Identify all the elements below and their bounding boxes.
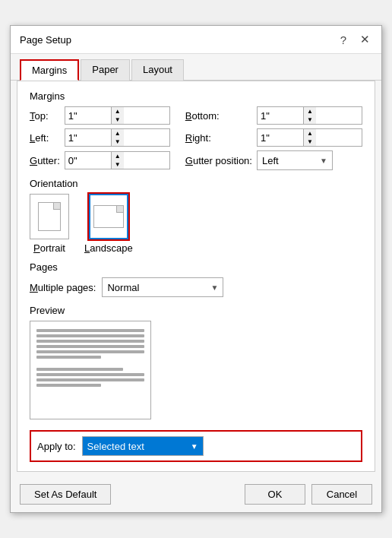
preview-line-6	[36, 356, 101, 359]
title-bar: Page Setup ? ✕	[11, 26, 381, 54]
bottom-bar: Set As Default OK Cancel	[11, 478, 381, 512]
gutter-value[interactable]	[65, 152, 111, 169]
ok-cancel-buttons: OK Cancel	[245, 484, 372, 505]
page-setup-dialog: Page Setup ? ✕ Margins Paper Layout Marg…	[10, 25, 382, 513]
top-value[interactable]	[65, 107, 111, 124]
preview-line-7	[36, 368, 123, 371]
close-button[interactable]: ✕	[357, 32, 372, 47]
landscape-option[interactable]: Landscape	[84, 194, 133, 254]
gutter-down[interactable]: ▼	[112, 160, 124, 169]
bottom-label: Bottom:	[185, 110, 252, 122]
tab-paper[interactable]: Paper	[81, 59, 130, 81]
left-value[interactable]	[65, 129, 111, 146]
margins-section-label: Margins	[30, 90, 362, 102]
multiple-pages-arrow: ▼	[211, 283, 219, 292]
right-down[interactable]: ▼	[304, 138, 316, 146]
preview-line-10	[36, 384, 101, 387]
multiple-pages-label: Multiple pages:	[30, 282, 96, 293]
multiple-pages-select[interactable]: Normal ▼	[102, 277, 223, 297]
apply-to-select[interactable]: Selected text ▼	[82, 436, 204, 456]
right-input[interactable]: ▲ ▼	[257, 128, 362, 147]
left-spinner: ▲ ▼	[111, 129, 124, 146]
top-down[interactable]: ▼	[112, 116, 124, 124]
right-label: Right:	[185, 132, 252, 144]
top-label: Top:	[30, 110, 60, 122]
landscape-label: Landscape	[84, 242, 133, 254]
gutter-position-label: Gutter position:	[185, 155, 252, 166]
title-bar-buttons: ? ✕	[336, 32, 372, 47]
landscape-icon	[89, 194, 128, 239]
portrait-option[interactable]: Portrait	[30, 194, 69, 254]
apply-to-label: Apply to:	[37, 441, 76, 452]
right-spinner: ▲ ▼	[303, 129, 316, 146]
tab-layout[interactable]: Layout	[131, 59, 184, 81]
top-input[interactable]: ▲ ▼	[65, 106, 170, 125]
main-content: Margins Top: ▲ ▼ Bottom: ▲ ▼ Left:	[17, 81, 375, 472]
gutter-position-value: Left	[262, 155, 279, 166]
preview-line-8	[36, 373, 144, 376]
bottom-down[interactable]: ▼	[304, 116, 316, 124]
apply-to-section: Apply to: Selected text ▼	[30, 430, 362, 462]
gutter-position-arrow: ▼	[320, 157, 327, 165]
right-up[interactable]: ▲	[304, 129, 316, 138]
multiple-pages-value: Normal	[107, 282, 139, 293]
orientation-label: Orientation	[30, 178, 362, 189]
portrait-label: Portrait	[33, 242, 65, 254]
ok-button[interactable]: OK	[245, 484, 305, 505]
top-spinner: ▲ ▼	[111, 107, 124, 124]
margins-grid: Top: ▲ ▼ Bottom: ▲ ▼ Left:	[30, 106, 362, 170]
left-up[interactable]: ▲	[112, 129, 124, 138]
bottom-input[interactable]: ▲ ▼	[257, 106, 362, 125]
orientation-section: Orientation Portrait Landscape	[30, 178, 362, 254]
left-input[interactable]: ▲ ▼	[65, 128, 170, 147]
pages-label: Pages	[30, 261, 362, 273]
preview-line-2	[36, 334, 144, 337]
bottom-up[interactable]: ▲	[304, 107, 316, 116]
portrait-paper	[38, 202, 61, 231]
apply-to-arrow: ▼	[191, 442, 198, 451]
right-value[interactable]	[258, 129, 303, 146]
dialog-title: Page Setup	[20, 34, 71, 46]
bottom-spinner: ▲ ▼	[303, 107, 316, 124]
tab-margins[interactable]: Margins	[20, 59, 79, 81]
preview-line-4	[36, 345, 144, 348]
apply-to-value: Selected text	[87, 441, 144, 452]
preview-label: Preview	[30, 305, 362, 316]
left-down[interactable]: ▼	[112, 138, 124, 146]
preview-section: Preview	[30, 305, 362, 419]
tab-bar: Margins Paper Layout	[11, 54, 381, 81]
preview-box	[30, 321, 151, 419]
preview-line-1	[36, 329, 144, 332]
top-up[interactable]: ▲	[112, 107, 124, 116]
gutter-up[interactable]: ▲	[112, 152, 124, 160]
landscape-paper	[93, 205, 124, 228]
preview-line-3	[36, 340, 144, 343]
gutter-spinner: ▲ ▼	[111, 152, 124, 169]
cancel-button[interactable]: Cancel	[311, 484, 372, 505]
set-as-default-button[interactable]: Set As Default	[20, 484, 111, 505]
pages-section: Pages Multiple pages: Normal ▼	[30, 261, 362, 297]
gutter-label: Gutter:	[30, 155, 60, 166]
bottom-value[interactable]	[258, 107, 303, 124]
gutter-position-select[interactable]: Left ▼	[257, 150, 333, 170]
preview-line-5	[36, 350, 144, 353]
portrait-icon	[30, 194, 69, 239]
pages-row: Multiple pages: Normal ▼	[30, 277, 362, 297]
gutter-input[interactable]: ▲ ▼	[65, 151, 170, 169]
help-button[interactable]: ?	[336, 32, 351, 47]
preview-line-9	[36, 378, 144, 381]
orientation-options: Portrait Landscape	[30, 194, 362, 254]
left-label: Left:	[30, 132, 60, 144]
